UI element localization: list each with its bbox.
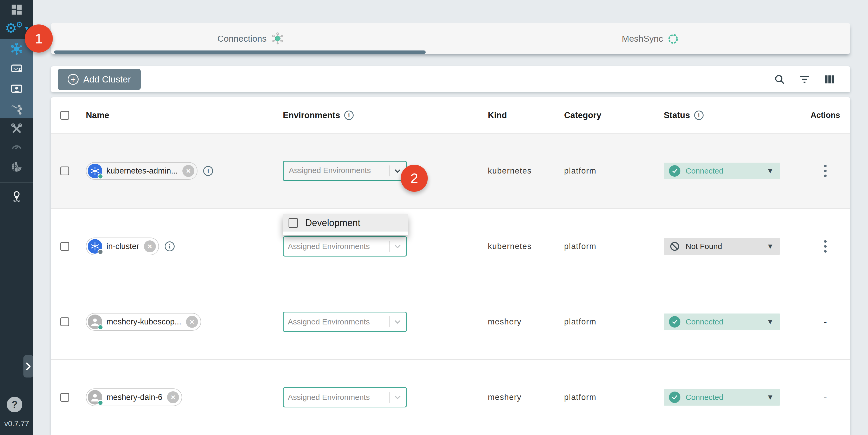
status-caret-icon: ▼	[767, 167, 774, 175]
tabs-bar: Connections MeshSync	[51, 23, 850, 54]
header-kind[interactable]: Kind	[488, 110, 564, 120]
row-checkbox[interactable]	[60, 393, 69, 402]
question-mark-icon: ?	[11, 399, 18, 410]
sidebar-item-environment-location[interactable]	[0, 189, 33, 204]
connection-name-chip[interactable]: in-cluster ×	[86, 238, 159, 255]
remove-connection-icon[interactable]: ×	[144, 240, 156, 252]
row-checkbox[interactable]	[60, 242, 69, 251]
status-caret-icon: ▼	[767, 393, 774, 401]
annotation-badge-2: 2	[401, 165, 428, 192]
table-row: meshery-kubescop... × Assigned Environme…	[51, 284, 850, 360]
add-cluster-button[interactable]: + Add Cluster	[58, 69, 141, 90]
status-label: Connected	[686, 317, 723, 326]
status-dot	[98, 324, 103, 330]
row-actions-menu-button[interactable]	[823, 239, 828, 254]
status-select[interactable]: Connected ▼	[664, 163, 780, 179]
row-checkbox[interactable]	[60, 166, 69, 175]
option-checkbox[interactable]	[288, 218, 298, 228]
chevron-right-icon	[25, 362, 32, 371]
actions-empty-dash: -	[824, 392, 827, 403]
meshery-avatar	[88, 315, 102, 329]
connections-table: Name Environments i Kind Category Status…	[51, 97, 850, 435]
add-cluster-label: Add Cluster	[83, 74, 131, 85]
status-caret-icon: ▼	[767, 242, 774, 251]
environments-select[interactable]: Assigned Environments	[283, 387, 407, 407]
sidebar-item-performance[interactable]	[0, 141, 33, 153]
mesh-connections-icon	[10, 42, 23, 56]
chevron-down-icon[interactable]	[393, 242, 402, 251]
row-actions-menu-button[interactable]	[823, 163, 828, 179]
select-divider	[389, 392, 390, 403]
environments-select[interactable]: Assigned Environments	[283, 236, 407, 256]
connection-name-label: meshery-dain-6	[106, 393, 162, 402]
connection-name-chip[interactable]: meshery-kubescop... ×	[86, 313, 201, 331]
connection-name-chip[interactable]: meshery-dain-6 ×	[86, 389, 182, 406]
environments-select[interactable]: Assigned Environments	[283, 161, 407, 181]
sidebar-item-configuration[interactable]: <>	[0, 62, 33, 75]
remove-connection-icon[interactable]: ×	[167, 391, 179, 403]
actions-empty-dash: -	[824, 316, 827, 327]
status-dot	[98, 400, 103, 406]
select-divider	[389, 316, 390, 327]
header-environments[interactable]: Environments	[283, 110, 340, 120]
status-label: Connected	[686, 166, 723, 175]
crossed-wrenches-icon	[10, 122, 23, 135]
environments-placeholder: Assigned Environments	[288, 317, 389, 326]
meshery-avatar	[88, 390, 102, 405]
kind-cell: kubernetes	[488, 242, 564, 251]
dropdown-option-development[interactable]: Development	[283, 214, 408, 231]
connected-check-icon	[669, 165, 680, 177]
sidebar-expand-button[interactable]	[23, 355, 33, 377]
remove-connection-icon[interactable]: ×	[186, 316, 198, 328]
view-columns-button[interactable]	[823, 73, 836, 86]
environments-placeholder: Assigned Environments	[288, 242, 389, 251]
sidebar-item-toolkit[interactable]	[0, 122, 33, 135]
gear-icon: ⚙	[5, 21, 17, 35]
header-name[interactable]: Name	[86, 110, 283, 120]
tab-connections[interactable]: Connections	[51, 23, 451, 54]
search-button[interactable]	[773, 73, 786, 86]
gauge-icon	[10, 141, 23, 153]
connection-info-icon[interactable]: i	[165, 242, 175, 251]
connection-name-chip[interactable]: kubernetes-admin... ×	[86, 162, 197, 180]
connection-info-icon[interactable]: i	[203, 166, 213, 176]
environments-select[interactable]: Assigned Environments	[283, 312, 407, 332]
help-button[interactable]: ?	[7, 397, 22, 412]
sidebar-item-filters[interactable]	[0, 102, 33, 116]
code-window-wrench-icon: <>	[10, 63, 23, 75]
sidebar-divider	[0, 182, 33, 183]
sidebar-item-extensions[interactable]	[0, 160, 33, 174]
status-select[interactable]: Connected ▼	[664, 389, 780, 406]
chevron-down-icon[interactable]	[393, 166, 402, 175]
not-found-slash-icon	[669, 241, 680, 252]
connection-name-label: in-cluster	[106, 242, 139, 251]
sidebar-item-dashboard[interactable]	[0, 3, 33, 16]
status-info-icon[interactable]: i	[694, 111, 704, 120]
sidebar-item-designs[interactable]	[0, 83, 33, 95]
connected-check-icon	[669, 392, 680, 403]
tab-meshsync-label: MeshSync	[622, 34, 663, 44]
select-all-checkbox[interactable]	[60, 111, 69, 120]
row-checkbox[interactable]	[60, 317, 69, 326]
version-label: v0.7.77	[0, 420, 33, 428]
chevron-down-icon[interactable]	[393, 393, 402, 402]
remove-connection-icon[interactable]: ×	[182, 165, 194, 177]
category-cell: platform	[564, 166, 664, 176]
environments-dropdown-menu: Development	[283, 214, 408, 235]
status-select[interactable]: Connected ▼	[664, 313, 780, 330]
header-category[interactable]: Category	[564, 110, 664, 120]
status-select[interactable]: Not Found ▼	[664, 238, 780, 255]
kind-cell: meshery	[488, 393, 564, 402]
status-label: Not Found	[686, 242, 722, 251]
table-row: in-cluster × i Assigned Environments kub…	[51, 209, 850, 284]
filter-button[interactable]	[798, 73, 811, 86]
chevron-down-icon[interactable]	[393, 317, 402, 326]
plus-circle-icon: +	[68, 74, 79, 85]
text-cursor	[288, 166, 288, 176]
location-pin-icon	[10, 190, 23, 203]
tab-meshsync[interactable]: MeshSync	[451, 23, 850, 54]
header-status[interactable]: Status	[664, 110, 690, 120]
filter-icon	[799, 73, 810, 85]
environments-info-icon[interactable]: i	[344, 111, 353, 120]
kubernetes-avatar	[88, 239, 102, 254]
